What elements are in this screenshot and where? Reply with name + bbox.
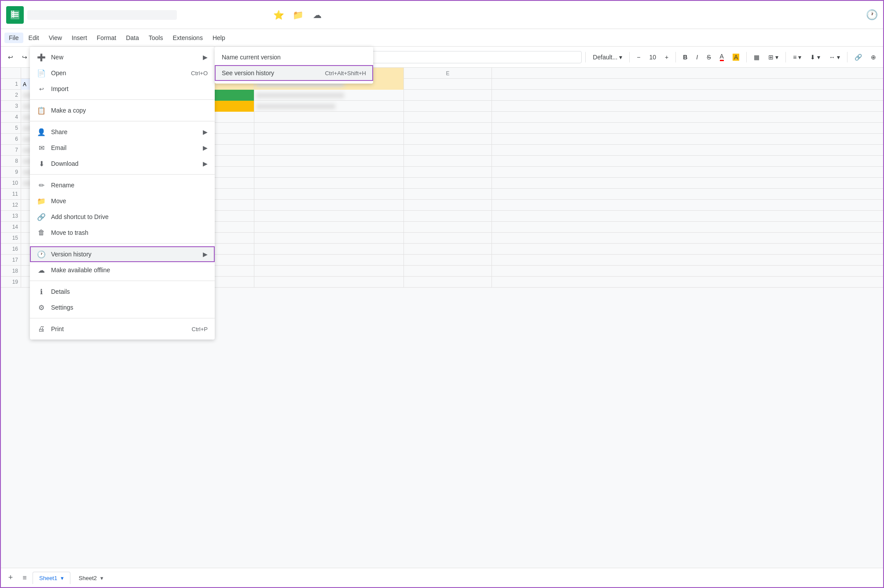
menu-item-open[interactable]: 📄 Open Ctrl+O xyxy=(30,65,215,81)
cell-d19[interactable] xyxy=(254,277,404,288)
cell-e18[interactable] xyxy=(404,266,492,277)
undo-button[interactable]: ↩ xyxy=(4,52,17,62)
history-icon[interactable]: 🕐 xyxy=(866,9,878,21)
cell-e2[interactable] xyxy=(404,90,492,101)
cell-e1[interactable] xyxy=(404,79,492,90)
wrap-button[interactable]: ↔ ▾ xyxy=(825,52,844,62)
cell-d11[interactable] xyxy=(254,189,404,200)
menu-item-new[interactable]: ➕ New ▶ xyxy=(30,49,215,65)
cell-d10[interactable] xyxy=(254,178,404,189)
highlight-color-button[interactable]: A xyxy=(729,52,743,62)
cell-d4[interactable] xyxy=(254,112,404,123)
menu-item-version-history[interactable]: 🕐 Version history ▶ xyxy=(30,246,215,262)
cell-e16[interactable] xyxy=(404,244,492,255)
submenu-item-name-version[interactable]: Name current version xyxy=(215,49,373,65)
menu-item-move-trash[interactable]: 🗑 Move to trash xyxy=(30,225,215,241)
sheet-tab-sheet2[interactable]: Sheet2 ▾ xyxy=(72,572,110,584)
menu-item-rename[interactable]: ✏ Rename xyxy=(30,177,215,193)
menu-item-email[interactable]: ✉ Email ▶ xyxy=(30,140,215,156)
star-icon[interactable]: ⭐ xyxy=(272,9,285,21)
strikethrough-button[interactable]: S xyxy=(703,52,714,62)
cell-e19[interactable] xyxy=(404,277,492,288)
font-selector[interactable]: Default... ▾ xyxy=(589,52,626,62)
menu-bar: File Edit View Insert Format Data Tools … xyxy=(1,29,883,47)
menu-data[interactable]: Data xyxy=(121,33,143,43)
open-label: Open xyxy=(51,69,186,77)
cell-e12[interactable] xyxy=(404,200,492,211)
redo-button[interactable]: ↪ xyxy=(18,52,31,62)
cell-d8[interactable] xyxy=(254,156,404,167)
new-icon: ➕ xyxy=(37,53,46,62)
font-color-button[interactable]: A xyxy=(716,51,727,63)
submenu-item-see-version-history[interactable]: See version history Ctrl+Alt+Shift+H xyxy=(215,65,373,81)
italic-button[interactable]: I xyxy=(693,52,701,62)
trash-icon: 🗑 xyxy=(37,228,46,237)
merge-button[interactable]: ⊞ ▾ xyxy=(765,52,782,62)
cell-d3[interactable] xyxy=(254,101,404,112)
add-sheet-button[interactable]: + xyxy=(4,572,17,584)
menu-item-add-shortcut[interactable]: 🔗 Add shortcut to Drive xyxy=(30,209,215,225)
menu-item-details[interactable]: ℹ Details xyxy=(30,284,215,299)
cell-e17[interactable] xyxy=(404,255,492,266)
menu-help[interactable]: Help xyxy=(208,33,230,43)
cell-d15[interactable] xyxy=(254,233,404,244)
cell-e4[interactable] xyxy=(404,112,492,123)
row-header-1: 1 xyxy=(1,79,21,90)
cell-d12[interactable] xyxy=(254,200,404,211)
cell-d7[interactable] xyxy=(254,145,404,156)
cell-d5[interactable] xyxy=(254,123,404,134)
menu-item-settings[interactable]: ⚙ Settings xyxy=(30,299,215,315)
cell-e10[interactable] xyxy=(404,178,492,189)
divider-before-version xyxy=(30,243,215,244)
menu-insert[interactable]: Insert xyxy=(67,33,92,43)
cell-d18[interactable] xyxy=(254,266,404,277)
cell-d13[interactable] xyxy=(254,211,404,222)
sheet-tab-sheet1[interactable]: Sheet1 ▾ xyxy=(33,572,70,584)
file-dropdown-menu: ➕ New ▶ 📄 Open Ctrl+O ↩ Import 📋 Make a … xyxy=(30,47,215,340)
menu-extensions[interactable]: Extensions xyxy=(168,33,207,43)
cell-d6[interactable] xyxy=(254,134,404,145)
drive-icon[interactable]: 📁 xyxy=(292,9,304,21)
menu-format[interactable]: Format xyxy=(92,33,121,43)
svg-rect-4 xyxy=(11,16,18,17)
cell-e6[interactable] xyxy=(404,134,492,145)
menu-item-download[interactable]: ⬇ Download ▶ xyxy=(30,156,215,172)
cell-e9[interactable] xyxy=(404,167,492,178)
font-size-increase[interactable]: + xyxy=(661,52,672,62)
link-button[interactable]: 🔗 xyxy=(851,52,866,62)
menu-item-import[interactable]: ↩ Import xyxy=(30,81,215,97)
valign-button[interactable]: ⬇ ▾ xyxy=(807,52,824,62)
download-label: Download xyxy=(51,160,198,167)
cell-d16[interactable] xyxy=(254,244,404,255)
cell-e3[interactable] xyxy=(404,101,492,112)
menu-item-print[interactable]: 🖨 Print Ctrl+P xyxy=(30,321,215,337)
menu-view[interactable]: View xyxy=(44,33,66,43)
cell-d2[interactable] xyxy=(254,90,404,101)
cloud-icon[interactable]: ☁ xyxy=(311,9,323,21)
cell-d14[interactable] xyxy=(254,222,404,233)
cell-e15[interactable] xyxy=(404,233,492,244)
align-button[interactable]: ≡ ▾ xyxy=(789,52,805,62)
font-size-decrease[interactable]: − xyxy=(633,52,644,62)
cell-d9[interactable] xyxy=(254,167,404,178)
cell-e7[interactable] xyxy=(404,145,492,156)
cell-e13[interactable] xyxy=(404,211,492,222)
menu-item-share[interactable]: 👤 Share ▶ xyxy=(30,124,215,140)
font-size-input[interactable]: 10 xyxy=(646,52,660,62)
cell-e8[interactable] xyxy=(404,156,492,167)
cell-e5[interactable] xyxy=(404,123,492,134)
cell-d17[interactable] xyxy=(254,255,404,266)
add-more-button[interactable]: ⊕ xyxy=(867,52,880,62)
menu-item-offline[interactable]: ☁ Make available offline xyxy=(30,262,215,278)
sheets-list-button[interactable]: ≡ xyxy=(18,572,31,584)
menu-tools[interactable]: Tools xyxy=(144,33,168,43)
cell-e11[interactable] xyxy=(404,189,492,200)
borders-button[interactable]: ▦ xyxy=(750,52,763,62)
menu-item-make-copy[interactable]: 📋 Make a copy xyxy=(30,102,215,118)
cell-e14[interactable] xyxy=(404,222,492,233)
menu-file[interactable]: File xyxy=(4,33,23,43)
divider-3 xyxy=(585,52,586,62)
bold-button[interactable]: B xyxy=(679,52,691,62)
menu-edit[interactable]: Edit xyxy=(24,33,44,43)
menu-item-move[interactable]: 📁 Move xyxy=(30,193,215,209)
